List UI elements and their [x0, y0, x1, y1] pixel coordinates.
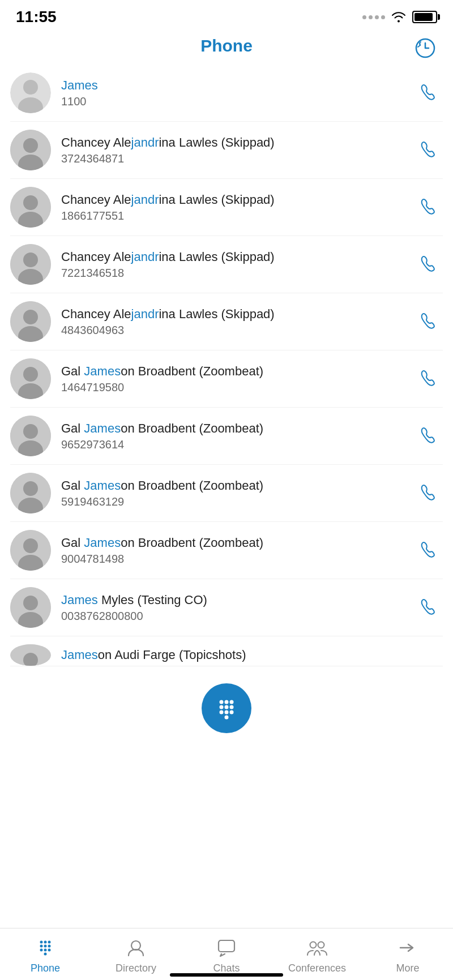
- contact-name-highlight: jandr: [131, 307, 159, 321]
- svg-rect-55: [219, 940, 234, 952]
- call-button[interactable]: [416, 136, 443, 164]
- nav-item-more[interactable]: More: [371, 936, 445, 974]
- svg-point-40: [220, 711, 224, 714]
- nav-item-conferences[interactable]: Conferences: [280, 936, 354, 974]
- svg-point-49: [48, 945, 51, 948]
- call-button[interactable]: [416, 422, 443, 450]
- contact-info: James Myles (Testing CO)0038762800800: [61, 592, 416, 623]
- contact-info: Gal Jameson Broadbent (Zoombeat)96529736…: [61, 421, 416, 452]
- svg-point-43: [225, 716, 229, 720]
- call-button[interactable]: [416, 365, 443, 392]
- contact-item: Chancey Alejandrina Lawles (Skippad)1866…: [10, 179, 443, 236]
- contact-info: Jameson Audi Farge (Topicshots): [61, 647, 443, 664]
- call-button[interactable]: [416, 251, 443, 278]
- contact-name-highlight: James: [61, 648, 98, 662]
- status-time: 11:55: [16, 8, 57, 26]
- contact-item: Gal Jameson Broadbent (Zoombeat)90047814…: [10, 522, 443, 579]
- svg-point-46: [48, 941, 51, 944]
- signal-dots-icon: [362, 15, 385, 19]
- call-button[interactable]: [416, 308, 443, 335]
- svg-point-50: [40, 949, 43, 952]
- contact-avatar: [10, 130, 51, 170]
- svg-point-54: [131, 941, 140, 950]
- status-bar: 11:55: [0, 0, 453, 31]
- call-button[interactable]: [416, 480, 443, 507]
- svg-point-8: [23, 195, 38, 210]
- contact-number: 9004781498: [61, 553, 416, 566]
- contact-name: Chancey Alejandrina Lawles (Skippad): [61, 192, 416, 208]
- bottom-nav: Phone Directory Chats: [0, 928, 453, 980]
- wifi-icon: [391, 11, 407, 23]
- contact-avatar: [10, 644, 51, 666]
- conferences-nav-label: Conferences: [288, 962, 346, 974]
- dialpad-button[interactable]: [202, 683, 251, 733]
- call-button[interactable]: [416, 594, 443, 621]
- svg-point-56: [310, 942, 317, 948]
- contact-item: Gal Jameson Broadbent (Zoombeat)14647195…: [10, 350, 443, 408]
- contact-number: 1464719580: [61, 381, 416, 394]
- svg-point-29: [23, 596, 38, 610]
- call-button[interactable]: [416, 79, 443, 106]
- contact-avatar: [10, 301, 51, 342]
- contact-info: Chancey Alejandrina Lawles (Skippad)4843…: [61, 306, 416, 337]
- svg-point-51: [44, 949, 47, 952]
- call-button[interactable]: [416, 194, 443, 221]
- nav-item-directory[interactable]: Directory: [99, 936, 173, 974]
- contact-item: Chancey Alejandrina Lawles (Skippad)3724…: [10, 122, 443, 179]
- contact-info: Gal Jameson Broadbent (Zoombeat)14647195…: [61, 363, 416, 395]
- svg-point-20: [23, 424, 38, 439]
- nav-item-phone[interactable]: Phone: [8, 936, 82, 974]
- svg-point-35: [225, 700, 229, 704]
- contact-name: Chancey Alejandrina Lawles (Skippad): [61, 249, 416, 266]
- phone-nav-label: Phone: [31, 962, 60, 974]
- svg-point-39: [230, 705, 234, 709]
- contact-list: James1100 Chancey Alejandrina Lawles (Sk…: [0, 65, 453, 666]
- contact-avatar: [10, 187, 51, 228]
- contact-avatar: [10, 416, 51, 456]
- svg-point-5: [23, 138, 38, 153]
- contact-name-highlight: James: [61, 593, 98, 607]
- contact-item: Gal Jameson Broadbent (Zoombeat)59194631…: [10, 465, 443, 522]
- contact-info: Chancey Alejandrina Lawles (Skippad)7221…: [61, 249, 416, 280]
- svg-point-52: [48, 949, 51, 952]
- contact-avatar: [10, 358, 51, 399]
- contact-name-highlight: James: [84, 421, 121, 435]
- contact-info: James1100: [61, 78, 416, 109]
- contact-number: 4843604963: [61, 324, 416, 337]
- contact-item: Chancey Alejandrina Lawles (Skippad)4843…: [10, 293, 443, 350]
- contact-name-highlight: James: [84, 536, 121, 550]
- directory-nav-label: Directory: [116, 962, 156, 974]
- more-nav-label: More: [396, 962, 419, 974]
- contact-info: Gal Jameson Broadbent (Zoombeat)59194631…: [61, 478, 416, 509]
- contact-info: Gal Jameson Broadbent (Zoombeat)90047814…: [61, 535, 416, 566]
- svg-point-53: [44, 953, 47, 956]
- svg-point-36: [230, 700, 234, 704]
- svg-point-14: [23, 310, 38, 324]
- contact-name-highlight: jandr: [131, 192, 159, 207]
- contact-name-highlight: James: [61, 78, 98, 92]
- contact-number: 9652973614: [61, 438, 416, 451]
- contact-number: 7221346518: [61, 267, 416, 280]
- history-button[interactable]: [413, 36, 437, 60]
- contact-avatar: [10, 244, 51, 285]
- contact-name: Gal Jameson Broadbent (Zoombeat): [61, 421, 416, 437]
- svg-point-45: [44, 941, 47, 944]
- contact-info: Chancey Alejandrina Lawles (Skippad)1866…: [61, 192, 416, 223]
- contact-name: Chancey Alejandrina Lawles (Skippad): [61, 135, 416, 151]
- svg-point-42: [230, 711, 234, 714]
- contact-name: Gal Jameson Broadbent (Zoombeat): [61, 535, 416, 551]
- svg-point-41: [225, 711, 229, 714]
- phone-nav-icon: [34, 936, 57, 959]
- svg-point-48: [44, 945, 47, 948]
- contact-number: 1100: [61, 95, 416, 108]
- call-button[interactable]: [416, 537, 443, 564]
- contact-name: James Myles (Testing CO): [61, 592, 416, 609]
- header: Phone: [0, 31, 453, 65]
- contact-number: 1866177551: [61, 209, 416, 222]
- contact-name-highlight: jandr: [131, 135, 159, 149]
- nav-item-chats[interactable]: Chats: [190, 936, 263, 974]
- svg-point-37: [220, 705, 224, 709]
- contact-name: Chancey Alejandrina Lawles (Skippad): [61, 306, 416, 323]
- contact-name: Gal Jameson Broadbent (Zoombeat): [61, 478, 416, 494]
- contact-avatar: [10, 587, 51, 628]
